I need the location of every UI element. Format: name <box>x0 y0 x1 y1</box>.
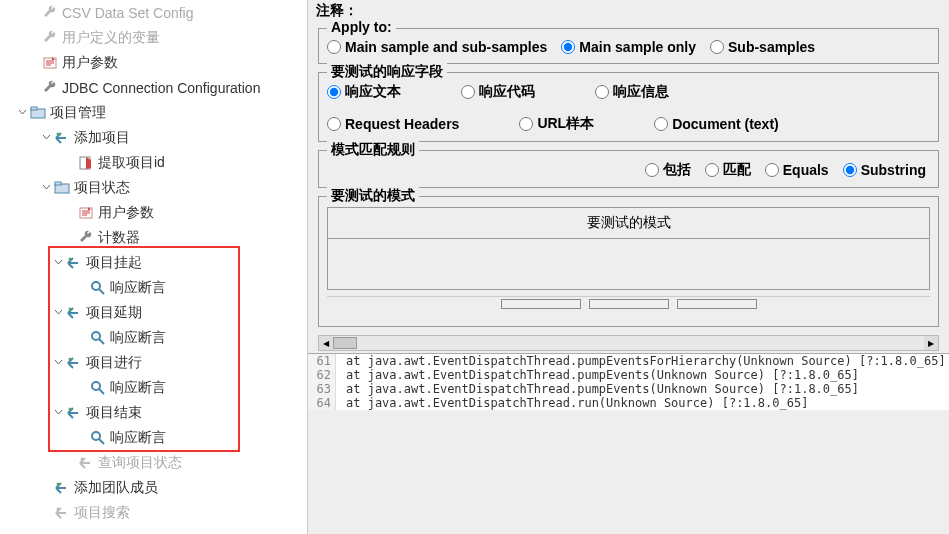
radio-input[interactable] <box>327 117 341 131</box>
tree-item[interactable]: 响应断言 <box>0 425 307 450</box>
line-number: 64 <box>308 396 336 410</box>
patterns-legend: 要测试的模式 <box>327 187 419 205</box>
radio-input[interactable] <box>645 163 659 177</box>
radio-input[interactable] <box>705 163 719 177</box>
http-icon <box>54 130 70 146</box>
svg-point-13 <box>92 382 100 390</box>
tree-item[interactable]: 用户定义的变量 <box>0 25 307 50</box>
radio-option[interactable]: Request Headers <box>327 115 459 133</box>
tree-toggle-icon[interactable] <box>28 82 40 94</box>
tree-item[interactable]: 查询项目状态 <box>0 450 307 475</box>
radio-label: 响应信息 <box>613 83 669 101</box>
radio-input[interactable] <box>765 163 779 177</box>
tree-toggle-icon[interactable] <box>52 357 64 369</box>
radio-option[interactable]: Sub-samples <box>710 39 815 55</box>
folder-icon <box>54 180 70 196</box>
tree-toggle-icon[interactable] <box>64 157 76 169</box>
radio-input[interactable] <box>843 163 857 177</box>
tree-item[interactable]: CSV Data Set Config <box>0 0 307 25</box>
annotation-label: 注释： <box>316 2 358 18</box>
tree-toggle-icon[interactable] <box>52 257 64 269</box>
radio-input[interactable] <box>595 85 609 99</box>
svg-point-9 <box>92 282 100 290</box>
tree-toggle-icon[interactable] <box>40 482 52 494</box>
radio-option[interactable]: 匹配 <box>705 161 751 179</box>
tree-item[interactable]: 提取项目id <box>0 150 307 175</box>
tree-item-label: 项目管理 <box>50 104 106 122</box>
radio-input[interactable] <box>327 85 341 99</box>
tree-toggle-icon[interactable] <box>52 307 64 319</box>
tree-item[interactable]: 响应断言 <box>0 375 307 400</box>
tree-toggle-icon[interactable] <box>64 232 76 244</box>
tree-item[interactable]: 项目延期 <box>0 300 307 325</box>
tree-item[interactable]: 项目状态 <box>0 175 307 200</box>
tree-item[interactable]: 项目管理 <box>0 100 307 125</box>
radio-option[interactable]: Equals <box>765 162 829 178</box>
tree-toggle-icon[interactable] <box>76 332 88 344</box>
tree-item[interactable]: 添加项目 <box>0 125 307 150</box>
tree-item[interactable]: 项目搜索 <box>0 500 307 525</box>
tree-item[interactable]: 项目结束 <box>0 400 307 425</box>
tree-item-label: 项目延期 <box>86 304 142 322</box>
tree-item[interactable]: 项目进行 <box>0 350 307 375</box>
tree-toggle-icon[interactable] <box>28 32 40 44</box>
tree-toggle-icon[interactable] <box>28 7 40 19</box>
tree-toggle-icon[interactable] <box>16 107 28 119</box>
tree-item[interactable]: 用户参数 <box>0 50 307 75</box>
tree-item-label: JDBC Connection Configuration <box>62 80 260 96</box>
assert-icon <box>90 430 106 446</box>
tree-toggle-icon[interactable] <box>40 507 52 519</box>
tree-toggle-icon[interactable] <box>52 407 64 419</box>
radio-option[interactable]: 响应文本 <box>327 83 401 101</box>
svg-point-12 <box>69 357 72 360</box>
tree-item-label: 用户参数 <box>98 204 154 222</box>
svg-point-10 <box>69 307 72 310</box>
radio-input[interactable] <box>327 40 341 54</box>
radio-option[interactable]: Main sample only <box>561 39 696 55</box>
tree-toggle-icon[interactable] <box>40 132 52 144</box>
radio-input[interactable] <box>654 117 668 131</box>
tree-toggle-icon[interactable] <box>40 182 52 194</box>
tree-item[interactable]: 响应断言 <box>0 325 307 350</box>
radio-option[interactable]: 包括 <box>645 161 691 179</box>
radio-option[interactable]: Substring <box>843 162 926 178</box>
radio-option[interactable]: 响应信息 <box>595 83 669 101</box>
tree-item-label: 项目状态 <box>74 179 130 197</box>
radio-input[interactable] <box>710 40 724 54</box>
tree-toggle-icon[interactable] <box>76 282 88 294</box>
radio-label: 匹配 <box>723 161 751 179</box>
tree-item[interactable]: JDBC Connection Configuration <box>0 75 307 100</box>
patterns-fieldset: 要测试的模式 要测试的模式 <box>318 196 939 327</box>
radio-option[interactable]: Main sample and sub-samples <box>327 39 547 55</box>
wrench-icon <box>42 30 58 46</box>
tree-toggle-icon[interactable] <box>64 457 76 469</box>
scroll-thumb[interactable] <box>333 337 357 349</box>
radio-input[interactable] <box>519 117 533 131</box>
scroll-right-arrow[interactable]: ▶ <box>924 336 938 350</box>
line-number: 63 <box>308 382 336 396</box>
tree-item-label: 用户参数 <box>62 54 118 72</box>
tree-item[interactable]: 响应断言 <box>0 275 307 300</box>
tree-toggle-icon[interactable] <box>76 382 88 394</box>
radio-input[interactable] <box>561 40 575 54</box>
http-icon <box>66 305 82 321</box>
tree-toggle-icon[interactable] <box>28 57 40 69</box>
radio-label: Main sample only <box>579 39 696 55</box>
patterns-table[interactable]: 要测试的模式 <box>327 207 930 290</box>
folder-icon <box>30 105 46 121</box>
scroll-left-arrow[interactable]: ◀ <box>319 336 333 350</box>
radio-option[interactable]: Document (text) <box>654 115 779 133</box>
tree-item[interactable]: 项目挂起 <box>0 250 307 275</box>
tree-item-label: 项目挂起 <box>86 254 142 272</box>
radio-input[interactable] <box>461 85 475 99</box>
horizontal-scrollbar[interactable]: ◀ ▶ <box>318 335 939 351</box>
radio-option[interactable]: 响应代码 <box>461 83 535 101</box>
http-icon <box>66 355 82 371</box>
http-icon <box>66 255 82 271</box>
tree-toggle-icon[interactable] <box>76 432 88 444</box>
radio-option[interactable]: URL样本 <box>519 115 594 133</box>
tree-toggle-icon[interactable] <box>64 207 76 219</box>
tree-item[interactable]: 添加团队成员 <box>0 475 307 500</box>
tree-item[interactable]: 计数器 <box>0 225 307 250</box>
tree-item[interactable]: 用户参数 <box>0 200 307 225</box>
